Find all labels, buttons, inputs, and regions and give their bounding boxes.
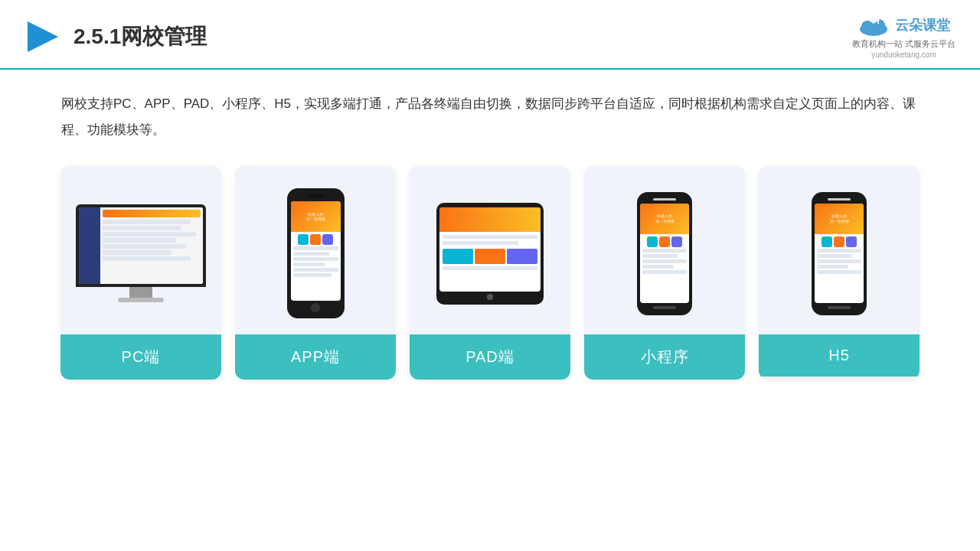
svg-rect-6 [877,20,879,24]
h5-label: H5 [759,334,920,377]
logo-url: yunduoketang.com [871,51,936,59]
monitor [76,204,206,302]
page-title: 2.5.1网校管理 [74,22,207,51]
pad-card: PAD端 [410,166,570,380]
svg-marker-0 [28,21,58,52]
header: 2.5.1网校管理 云朵课堂 教育机构一站 式服务云平台 yunduoketan… [0,0,980,70]
pc-image-area [60,166,221,334]
description-text: 网校支持PC、APP、PAD、小程序、H5，实现多端打通，产品各终端自由切换，数… [61,91,919,143]
h5-image-area: 职通人的第一堂网课 [759,166,920,334]
miniprogram-card: 职通人的第一堂网课 [584,166,745,380]
header-left: 2.5.1网校管理 [24,18,207,55]
cloud-icon [857,14,890,37]
logo-cloud: 云朵课堂 [857,14,950,37]
logo-tagline: 教育机构一站 式服务云平台 [852,38,956,50]
phone-app: 职通人的第一堂网课 [287,188,345,318]
miniprogram-image-area: 职通人的第一堂网课 [584,166,745,334]
logo-name: 云朵课堂 [895,16,950,34]
app-image-area: 职通人的第一堂网课 [235,166,396,334]
h5-card: 职通人的第一堂网课 [759,166,920,380]
app-card: 职通人的第一堂网课 [235,166,396,380]
pad-label: PAD端 [410,334,570,380]
phone-h5: 职通人的第一堂网课 [812,192,867,315]
play-icon [24,18,61,55]
pc-card: PC端 [60,166,221,380]
pad-image-area [410,166,570,334]
phone-mini: 职通人的第一堂网课 [637,192,692,315]
tablet [436,203,544,305]
app-label: APP端 [235,334,396,380]
logo-area: 云朵课堂 教育机构一站 式服务云平台 yunduoketang.com [852,14,956,59]
miniprogram-label: 小程序 [584,334,745,380]
cards-container: PC端 职通人的第一堂网课 [31,166,949,380]
pc-label: PC端 [60,334,221,380]
